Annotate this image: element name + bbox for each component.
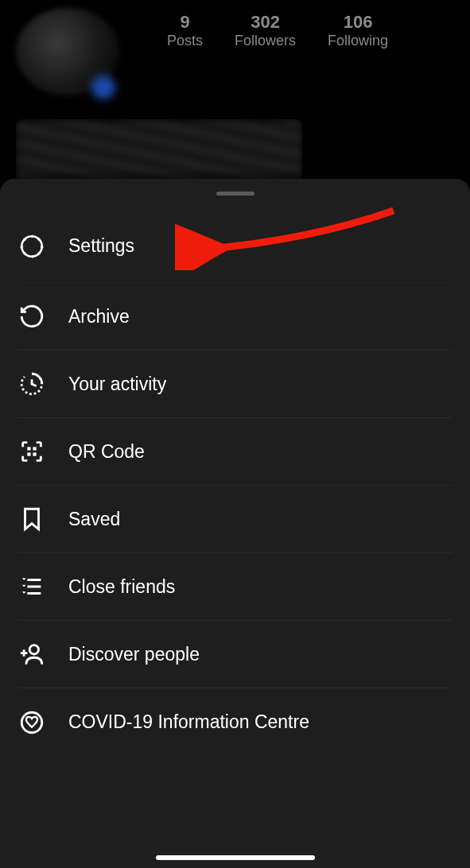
followers-count: 302 bbox=[235, 12, 296, 33]
avatar[interactable] bbox=[16, 8, 119, 95]
sheet-grabber[interactable] bbox=[216, 192, 254, 196]
menu-label: Your activity bbox=[68, 374, 166, 395]
menu-item-archive[interactable]: Archive bbox=[17, 283, 453, 351]
svg-point-6 bbox=[29, 645, 38, 654]
stat-following[interactable]: 106 Following bbox=[328, 12, 388, 49]
svg-rect-4 bbox=[27, 452, 30, 455]
following-label: Following bbox=[328, 33, 388, 49]
menu-item-saved[interactable]: Saved bbox=[17, 486, 453, 553]
following-count: 106 bbox=[328, 12, 388, 33]
bookmark-icon bbox=[17, 505, 46, 533]
archive-icon bbox=[17, 302, 46, 331]
followers-label: Followers bbox=[235, 33, 296, 49]
close-friends-icon bbox=[17, 572, 46, 601]
discover-people-icon bbox=[17, 640, 46, 668]
menu-item-settings[interactable]: Settings bbox=[17, 210, 453, 283]
svg-rect-3 bbox=[33, 447, 36, 450]
menu-label: Saved bbox=[68, 509, 120, 530]
menu-item-activity[interactable]: Your activity bbox=[17, 351, 453, 418]
profile-header: 9 Posts 302 Followers 106 Following bbox=[0, 0, 470, 103]
svg-rect-2 bbox=[27, 447, 30, 450]
menu-label: Close friends bbox=[68, 576, 175, 598]
posts-label: Posts bbox=[167, 33, 203, 49]
menu-item-covid[interactable]: COVID-19 Information Centre bbox=[17, 688, 453, 756]
svg-point-1 bbox=[26, 240, 37, 251]
menu-label: Archive bbox=[68, 306, 130, 327]
profile-stats: 9 Posts 302 Followers 106 Following bbox=[167, 12, 388, 49]
gear-icon bbox=[17, 232, 46, 261]
stat-followers[interactable]: 302 Followers bbox=[235, 12, 296, 49]
qrcode-icon bbox=[17, 437, 46, 466]
activity-icon bbox=[17, 370, 46, 398]
menu-label: Discover people bbox=[68, 644, 200, 665]
menu-item-close-friends[interactable]: Close friends bbox=[17, 553, 453, 621]
menu-list: Settings Archive Your activity bbox=[0, 210, 470, 756]
menu-label: QR Code bbox=[68, 441, 145, 463]
menu-item-discover[interactable]: Discover people bbox=[17, 621, 453, 688]
menu-item-qrcode[interactable]: QR Code bbox=[17, 418, 453, 486]
svg-point-7 bbox=[21, 712, 42, 733]
heart-circle-icon bbox=[17, 708, 46, 737]
posts-count: 9 bbox=[167, 12, 203, 33]
home-indicator[interactable] bbox=[156, 855, 315, 860]
menu-label: COVID-19 Information Centre bbox=[68, 711, 309, 733]
menu-label: Settings bbox=[68, 235, 134, 257]
bottom-sheet: Settings Archive Your activity bbox=[0, 179, 470, 868]
svg-rect-5 bbox=[33, 452, 36, 455]
stat-posts[interactable]: 9 Posts bbox=[167, 12, 203, 49]
